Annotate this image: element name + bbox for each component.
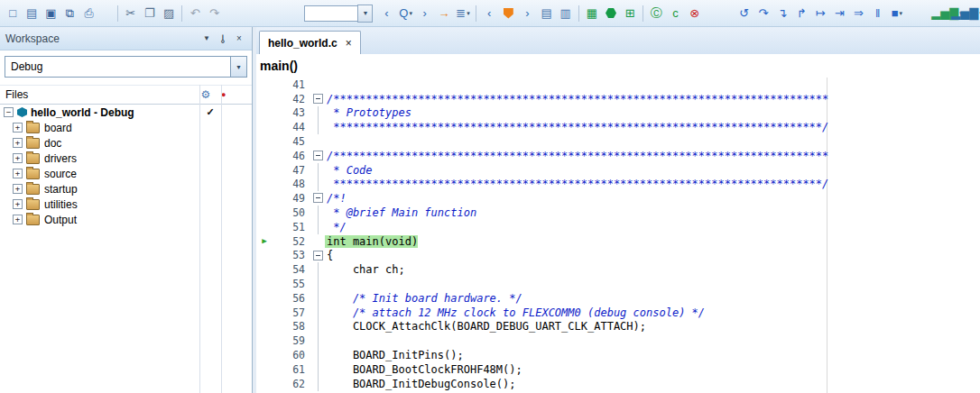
configuration-dropdown[interactable]: Debug ▼ [5, 56, 247, 78]
switch-source-header-icon[interactable]: ▥ [557, 4, 575, 23]
debug-next-statement-icon[interactable]: ↦ [811, 4, 829, 23]
code-line-44[interactable]: 44 *************************************… [256, 120, 980, 134]
timeline-chart-icon[interactable]: ▂▅▇▾ [957, 4, 976, 23]
fold-toggle-icon[interactable] [312, 249, 325, 263]
cut-icon[interactable]: ✂ [122, 4, 140, 23]
save-icon[interactable]: ▣ [42, 4, 60, 23]
code-editor[interactable]: 4142/***********************************… [256, 78, 980, 393]
expand-icon[interactable]: + [13, 123, 23, 133]
debug-go-icon[interactable]: ⇒ [850, 4, 868, 23]
tree-item-startup[interactable]: +startup [0, 181, 252, 196]
code-text: /* Init board hardware. */ [325, 292, 522, 305]
code-line-48[interactable]: 48 *************************************… [256, 178, 980, 192]
combobox-arrow-icon[interactable]: ▼ [357, 5, 373, 23]
expand-icon[interactable]: + [13, 215, 23, 224]
gear-icon[interactable]: ⚙ [195, 88, 217, 101]
panel-pin-icon[interactable]: ⊸ [216, 32, 230, 46]
debug-stop-dropdown-icon[interactable]: ▾ [900, 10, 903, 17]
open-header-file-icon[interactable]: ▤ [538, 4, 556, 23]
debug-step-out-icon[interactable]: ↱ [792, 4, 810, 23]
code-line-50[interactable]: 50 * @brief Main function [256, 206, 980, 220]
stop-build-icon[interactable]: ⊗ [686, 4, 704, 23]
code-line-46[interactable]: 46/*************************************… [256, 149, 980, 163]
tree-item-doc[interactable]: +doc [0, 135, 252, 151]
code-line-60[interactable]: 60 BOARD_InitPins(); [256, 348, 980, 362]
debug-step-into-icon[interactable]: ↴ [773, 4, 791, 23]
debug-break-icon[interactable]: ‖ [869, 4, 887, 23]
build-options-icon[interactable]: ⊞ [621, 4, 639, 23]
code-line-42[interactable]: 42/*************************************… [256, 92, 980, 106]
code-line-57[interactable]: 57 /* attach 12 MHz clock to FLEXCOMM0 (… [256, 306, 980, 320]
code-line-58[interactable]: 58 CLOCK_AttachClk(BOARD_DEBUG_UART_CLK_… [256, 320, 980, 334]
toolbar-search-input[interactable] [304, 5, 357, 22]
go-to-definition-icon[interactable]: → [435, 4, 453, 23]
symbol-list-dropdown-icon[interactable]: ▾ [467, 10, 470, 17]
code-line-56[interactable]: 56 /* Init board hardware. */ [256, 291, 980, 306]
code-line-47[interactable]: 47 * Code [256, 163, 980, 178]
tree-item-source[interactable]: +source [0, 166, 252, 181]
collapse-icon[interactable]: − [4, 107, 14, 117]
tree-item-project-root[interactable]: − hello_world - Debug ✓ [0, 105, 252, 120]
expand-icon[interactable]: + [13, 169, 23, 178]
code-line-53[interactable]: 53{ [256, 249, 980, 263]
toggle-bookmark-icon[interactable] [499, 4, 517, 23]
code-line-41[interactable]: 41 [256, 78, 980, 92]
new-document-icon[interactable]: □ [4, 4, 22, 23]
tab-hello-world-c[interactable]: hello_world.c × [259, 31, 361, 54]
toolbar-search-combobox[interactable]: ▼ [304, 5, 373, 23]
function-navigation-bar[interactable]: main() [256, 54, 980, 78]
cstat-analyze-glyph: Ⓒ [651, 7, 662, 19]
quick-search-dropdown-icon[interactable]: ▾ [409, 10, 412, 17]
save-all-icon[interactable]: ⧉ [60, 4, 79, 23]
code-line-62[interactable]: 62 BOARD_InitDebugConsole(); [256, 377, 980, 391]
panel-close-icon[interactable]: × [232, 32, 246, 46]
browse-back-icon[interactable]: ‹ [377, 4, 395, 23]
code-line-52[interactable]: ▶52int main(void) [256, 234, 980, 249]
cstat-clean-icon[interactable]: c [666, 4, 684, 23]
undo-icon[interactable]: ↶ [186, 4, 204, 23]
print-icon[interactable]: ⎙ [80, 4, 98, 23]
copy-icon[interactable]: ❐ [141, 4, 159, 23]
make-icon[interactable]: ▦ [583, 4, 601, 23]
code-line-43[interactable]: 43 * Prototypes [256, 106, 980, 121]
symbol-list-icon[interactable]: ≣▾ [454, 4, 472, 23]
open-file-icon[interactable]: ▤ [23, 4, 41, 23]
expand-icon[interactable]: + [13, 153, 23, 163]
dropdown-arrow-icon[interactable]: ▼ [230, 57, 246, 77]
next-bookmark-icon[interactable]: › [518, 4, 536, 23]
debug-stop-icon[interactable]: ■▾ [888, 4, 906, 23]
previous-bookmark-icon[interactable]: ‹ [480, 4, 498, 23]
tree-item-drivers[interactable]: +drivers [0, 151, 252, 166]
expand-icon[interactable]: + [13, 184, 23, 194]
code-line-54[interactable]: 54 char ch; [256, 262, 980, 277]
fold-toggle-icon[interactable] [312, 92, 325, 106]
fold-toggle-icon[interactable] [312, 191, 325, 206]
line-number: 52 [273, 235, 312, 248]
tree-item-utilities[interactable]: +utilities [0, 196, 252, 212]
code-line-45[interactable]: 45 [256, 134, 980, 149]
tree-item-label: Output [44, 214, 199, 226]
quick-search-icon[interactable]: Q▾ [397, 4, 415, 23]
cstat-analyze-icon[interactable]: Ⓒ [647, 4, 665, 23]
code-line-59[interactable]: 59 [256, 334, 980, 348]
expand-icon[interactable]: + [13, 199, 23, 209]
build-icon[interactable] [602, 4, 620, 23]
paste-icon[interactable]: ▨ [160, 4, 178, 23]
code-line-55[interactable]: 55 [256, 277, 980, 291]
tab-close-icon[interactable]: × [346, 38, 352, 49]
code-text: CLOCK_AttachClk(BOARD_DEBUG_UART_CLK_ATT… [325, 320, 646, 333]
code-line-51[interactable]: 51 */ [256, 220, 980, 234]
tree-item-board[interactable]: +board [0, 120, 252, 135]
debug-reset-icon[interactable]: ↺ [735, 4, 753, 23]
expand-icon[interactable]: + [13, 138, 23, 148]
code-text: * @brief Main function [325, 206, 476, 219]
tree-item-output[interactable]: +Output [0, 212, 252, 227]
code-line-61[interactable]: 61 BOARD_BootClockFROHF48M(); [256, 362, 980, 377]
browse-forward-icon[interactable]: › [416, 4, 434, 23]
redo-icon[interactable]: ↷ [205, 4, 223, 23]
debug-step-over-icon[interactable]: ↷ [754, 4, 772, 23]
fold-toggle-icon[interactable] [312, 149, 325, 163]
debug-run-to-cursor-icon[interactable]: ⇥ [830, 4, 848, 23]
panel-menu-icon[interactable]: ▼ [199, 32, 214, 46]
code-line-49[interactable]: 49/*! [256, 191, 980, 206]
